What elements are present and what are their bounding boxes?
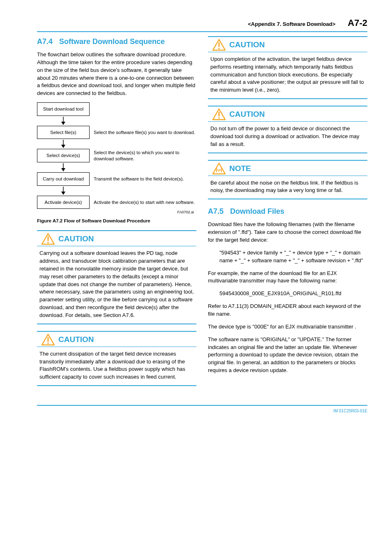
- caution-icon: [212, 39, 226, 51]
- paragraph: Refer to A7.11(3) DOMAIN_HEADER about ea…: [208, 303, 367, 318]
- flow-box-start: Start download tool: [37, 102, 90, 116]
- flow-desc: Select the device(s) to which you want t…: [94, 150, 196, 162]
- paragraph: For example, the name of the download fi…: [208, 270, 367, 285]
- filename-pattern: "594543" + device family + "_" + device …: [219, 249, 367, 265]
- flow-desc: Activate the device(s) to start with new…: [94, 199, 195, 206]
- filename-example: 5945430008_000E_EJX910A_ORIGINAL_R101.ff…: [219, 290, 367, 298]
- section-number: A7.5: [208, 206, 230, 217]
- flow-arrow-icon: [37, 116, 90, 126]
- caution-body: Do not turn off the power to a field dev…: [208, 122, 367, 153]
- caution-icon: [41, 233, 55, 245]
- flow-box-select-files: Select file(s): [37, 126, 90, 139]
- caution-body: Upon completion of the activation, the t…: [208, 52, 367, 98]
- flow-box-select-devices: Select device(s): [37, 149, 90, 162]
- section-title: Download Files: [230, 206, 367, 217]
- page-header: <Appendix 7. Software Download> A7-2: [37, 16, 367, 32]
- flowchart: Start download tool Select file(s) Selec…: [37, 102, 196, 215]
- flow-desc: Select the software file(s) you want to …: [94, 130, 195, 136]
- paragraph: The device type is "000E" for an EJX mul…: [208, 323, 367, 331]
- caution-box: CAUTION Upon completion of the activatio…: [208, 36, 367, 99]
- caution-icon: [212, 108, 226, 120]
- caution-label: CAUTION: [58, 334, 94, 345]
- caution-label: CAUTION: [229, 109, 265, 120]
- paragraph: Download files have the following filena…: [208, 221, 367, 244]
- flow-arrow-icon: [37, 139, 90, 149]
- svg-point-19: [218, 117, 220, 119]
- note-body: Be careful about the noise on the fieldb…: [208, 176, 367, 199]
- figure-id: FA0702.ai: [37, 210, 196, 215]
- flow-arrow-icon: [37, 162, 90, 172]
- section-number: A7.4: [37, 36, 59, 47]
- caution-icon: [41, 333, 55, 346]
- note-label: NOTE: [229, 163, 251, 174]
- flow-arrow-icon: [37, 186, 90, 196]
- section-a7-5-heading: A7.5 Download Files: [208, 206, 367, 217]
- note-icon: [212, 162, 226, 175]
- caution-box: CAUTION Carrying out a software download…: [37, 230, 196, 324]
- caution-body: The current dissipation of the target fi…: [37, 347, 196, 385]
- footer-rule: [37, 405, 367, 406]
- section-a7-4-heading: A7.4 Software Download Sequence: [37, 36, 196, 47]
- paragraph: The software name is "ORIGINAL" or "UPDA…: [208, 336, 367, 375]
- svg-point-10: [47, 242, 49, 243]
- section-title: Software Download Sequence: [59, 36, 196, 47]
- svg-marker-5: [61, 168, 65, 171]
- header-title: <Appendix 7. Software Download>: [248, 21, 335, 28]
- header-page-number: A7-2: [348, 16, 367, 30]
- footer-document-id: IM 01C25R03-01E: [37, 408, 367, 414]
- intro-paragraph: The flowchart below outlines the softwar…: [37, 51, 196, 97]
- svg-point-13: [47, 342, 49, 344]
- figure-caption: Figure A7.2 Flow of Software Download Pr…: [37, 217, 196, 224]
- note-box: NOTE Be careful about the noise on the f…: [208, 160, 367, 200]
- left-column: A7.4 Software Download Sequence The flow…: [37, 36, 196, 393]
- caution-box: CAUTION The current dissipation of the t…: [37, 331, 196, 386]
- svg-marker-1: [61, 122, 65, 125]
- flow-box-download: Carry out download: [37, 172, 90, 186]
- caution-label: CAUTION: [229, 39, 265, 51]
- caution-label: CAUTION: [58, 233, 94, 245]
- caution-box: CAUTION Do not turn off the power to a f…: [208, 106, 367, 153]
- svg-marker-20: [213, 163, 225, 174]
- right-column: CAUTION Upon completion of the activatio…: [208, 36, 367, 393]
- flow-box-activate: Activate device(s): [37, 196, 90, 209]
- svg-point-16: [218, 48, 220, 49]
- svg-marker-7: [61, 192, 65, 195]
- flow-desc: Transmit the software to the field devic…: [94, 176, 184, 182]
- caution-body: Carrying out a software download leaves …: [37, 246, 196, 324]
- svg-marker-3: [61, 145, 65, 148]
